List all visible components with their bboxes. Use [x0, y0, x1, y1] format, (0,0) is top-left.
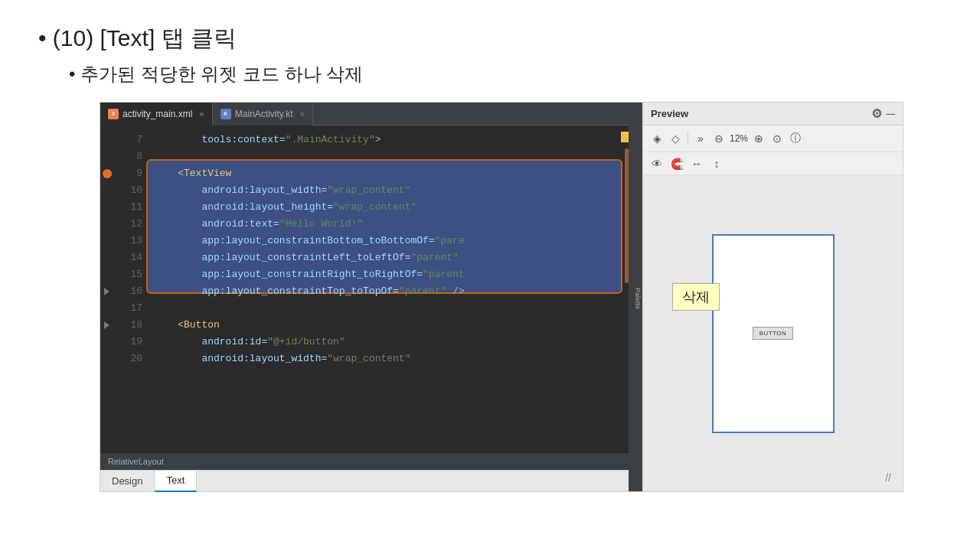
- gutter-20: [100, 350, 116, 367]
- bullet-main: (10) [Text] 탭 클릭: [38, 23, 942, 54]
- kt-icon: K: [220, 109, 231, 119]
- code-line-18: <Button: [154, 317, 629, 334]
- code-content[interactable]: tools:context=".MainActivity"> <TextView…: [146, 126, 629, 453]
- code-area: 7 8 9 10 11 12 13 14 15 16 17 18 19 20: [100, 126, 629, 453]
- code-line-11: android:layout_height="wrap_content": [154, 199, 629, 216]
- gutter-16: [100, 283, 116, 300]
- code-line-9: <TextView: [154, 165, 629, 182]
- code-line-17: [154, 300, 629, 317]
- gutter-15: [100, 266, 116, 283]
- code-line-20: android:layout_width="wrap_content": [154, 350, 629, 367]
- preview-toolbar-2: 👁 🧲 ↔ ↕: [643, 152, 903, 175]
- gear-icon[interactable]: ⚙: [871, 106, 882, 121]
- gutter: [100, 126, 116, 453]
- gutter-12: [100, 216, 116, 233]
- status-bar: RelativeLayout: [100, 453, 629, 470]
- bottom-tabs: Design Text: [100, 470, 629, 491]
- delete-tooltip-text: 삭제: [682, 289, 710, 305]
- button-widget: BUTTON: [753, 327, 794, 340]
- preview-content: BUTTON //: [643, 175, 903, 491]
- gutter-14: [100, 249, 116, 266]
- eye-icon[interactable]: 👁: [649, 156, 665, 171]
- tab-mainactivity-kt-close[interactable]: ×: [300, 109, 305, 119]
- code-line-10: android:layout_width="wrap_content": [154, 182, 629, 199]
- tab-design[interactable]: Design: [100, 471, 155, 492]
- gutter-13: [100, 233, 116, 249]
- corner-marks: //: [885, 471, 891, 484]
- design-mode-icon[interactable]: ◈: [649, 131, 665, 146]
- breakpoint-circle: [103, 169, 112, 178]
- code-line-8: [154, 148, 629, 165]
- magnet-icon[interactable]: 🧲: [669, 156, 684, 171]
- tab-activity-main-xml-label: activity_main.xml: [122, 109, 192, 119]
- code-line-16: app:layout_constraintTop_toTopOf="parent…: [154, 283, 629, 300]
- fold-triangle: [104, 288, 109, 295]
- code-line-13: app:layout_constraintBottom_toBottomOf="…: [154, 233, 629, 249]
- xml-icon: X: [108, 109, 119, 119]
- fold-triangle-18: [104, 321, 109, 329]
- tab-bar: X activity_main.xml × K MainActivity.kt …: [100, 103, 629, 126]
- bullet-sub: 추가된 적당한 위젯 코드 하나 삭제: [69, 62, 942, 86]
- code-line-19: android:id="@+id/button": [154, 334, 629, 350]
- minimize-icon[interactable]: ─: [887, 107, 895, 121]
- info-icon[interactable]: ⓘ: [788, 131, 803, 146]
- zoom-level: 12%: [730, 133, 748, 144]
- tab-activity-main-close[interactable]: ×: [199, 109, 204, 119]
- preview-toolbar: ◈ ◇ » ⊖ 12% ⊕ ⊙ ⓘ: [643, 126, 903, 152]
- zoom-out-icon[interactable]: ⊖: [711, 131, 727, 146]
- tab-mainactivity-kt[interactable]: K MainActivity.kt ×: [213, 103, 313, 126]
- delete-tooltip: 삭제: [672, 283, 720, 311]
- more-icon[interactable]: »: [693, 131, 708, 146]
- gutter-17: [100, 300, 116, 317]
- status-text: RelativeLayout: [108, 457, 164, 466]
- blueprint-icon[interactable]: ◇: [668, 131, 683, 146]
- gutter-9: [100, 165, 116, 182]
- tab-design-label: Design: [112, 475, 142, 487]
- gutter-11: [100, 199, 116, 216]
- tab-text[interactable]: Text: [155, 471, 197, 492]
- device-frame: BUTTON: [712, 234, 835, 433]
- code-line-7: tools:context=".MainActivity">: [154, 132, 629, 148]
- palette-label: Palette: [634, 288, 642, 309]
- tab-activity-main-xml[interactable]: X activity_main.xml ×: [100, 103, 213, 126]
- editor-panel: X activity_main.xml × K MainActivity.kt …: [100, 103, 629, 491]
- gutter-18: [100, 317, 116, 334]
- code-line-14: app:layout_constraintLeft_toLeftOf="pare…: [154, 249, 629, 266]
- resize-v-icon[interactable]: ↕: [709, 156, 724, 171]
- preview-header: Preview ⚙ ─: [643, 103, 903, 126]
- tab-text-label: Text: [166, 474, 185, 486]
- code-line-15: app:layout_constraintRight_toRightOf="pa…: [154, 266, 629, 283]
- gutter-19: [100, 334, 116, 350]
- slide: (10) [Text] 탭 클릭 추가된 적당한 위젯 코드 하나 삭제 X a…: [0, 0, 980, 551]
- ide-container: X activity_main.xml × K MainActivity.kt …: [100, 102, 903, 492]
- palette-strip: Palette: [629, 103, 642, 491]
- tab-mainactivity-kt-label: MainActivity.kt: [235, 109, 293, 119]
- zoom-fit-icon[interactable]: ⊙: [769, 131, 785, 146]
- gutter-10: [100, 182, 116, 199]
- preview-title: Preview: [651, 108, 688, 119]
- code-line-12: android:text="Hello World!": [154, 216, 629, 233]
- line-numbers: 7 8 9 10 11 12 13 14 15 16 17 18 19 20: [116, 126, 146, 453]
- gutter-7: [100, 132, 116, 148]
- gutter-8: [100, 148, 116, 165]
- resize-h-icon[interactable]: ↔: [689, 156, 704, 171]
- zoom-in-icon[interactable]: ⊕: [751, 131, 766, 146]
